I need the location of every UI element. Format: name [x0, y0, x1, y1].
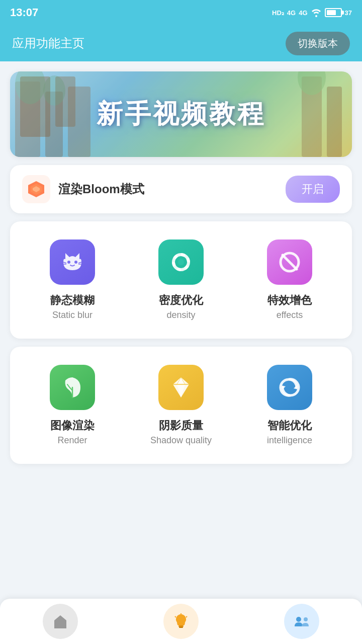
- chat-icon: [293, 612, 311, 630]
- battery-percent: 37: [345, 9, 352, 17]
- shadow-name-cn: 阴影质量: [159, 418, 203, 433]
- svg-point-17: [178, 259, 184, 265]
- status-time: 13:07: [10, 6, 38, 19]
- intelligence-icon-wrap: [267, 365, 312, 410]
- shadow-icon-wrap: [158, 365, 204, 410]
- home-icon: [51, 612, 69, 630]
- grid-item-shadow-quality[interactable]: 阴影质量 Shadow quality: [127, 355, 235, 456]
- intelligence-icon: [276, 373, 304, 401]
- density-name-cn: 密度优化: [159, 293, 203, 308]
- svg-point-32: [296, 617, 301, 622]
- effects-icon: [276, 248, 304, 276]
- status-bar: 13:07 HD₂ 4G 4G 37: [0, 0, 362, 25]
- grid-item-render[interactable]: 图像渲染 Render: [18, 355, 127, 456]
- hd2-icon: HD₂: [272, 9, 284, 17]
- render-name-cn: 图像渲染: [50, 418, 95, 433]
- svg-rect-6: [327, 87, 342, 157]
- home-icon-circle: [43, 604, 78, 639]
- chat-icon-circle: [284, 604, 319, 639]
- svg-rect-2: [68, 87, 90, 157]
- nav-item-chat[interactable]: [277, 604, 327, 639]
- banner-background: 新手视频教程: [10, 71, 352, 157]
- grid-item-effects[interactable]: 特效增色 effects: [235, 229, 344, 331]
- density-icon-wrap: [158, 239, 204, 285]
- version-switch-button[interactable]: 切换版本: [286, 32, 350, 55]
- grid-item-density[interactable]: 密度优化 density: [127, 229, 235, 331]
- static-blur-icon-wrap: [50, 239, 95, 285]
- effects-name-en: effects: [277, 310, 303, 320]
- banner-text: 新手视频教程: [97, 97, 265, 132]
- main-content: 新手视频教程 渲染Bloom模式 开启: [0, 61, 362, 514]
- bloom-label: 渲染Bloom模式: [58, 181, 144, 197]
- bloom-toggle-button[interactable]: 开启: [286, 176, 340, 203]
- density-name-en: density: [166, 310, 195, 320]
- svg-point-12: [74, 261, 77, 264]
- grid-row-1: 静态模糊 Static blur: [18, 229, 344, 331]
- intelligence-name-cn: 智能优化: [267, 418, 312, 433]
- lightbulb-icon: [172, 612, 190, 630]
- svg-point-11: [67, 261, 70, 264]
- cat-icon: [58, 248, 86, 276]
- tip-icon-circle: [163, 604, 199, 639]
- shadow-name-en: Shadow quality: [150, 435, 212, 446]
- app-header: 应用功能主页 切换版本: [0, 25, 362, 61]
- battery-icon: [325, 8, 342, 17]
- 4g-icon2: 4G: [299, 9, 307, 17]
- intelligence-name-en: intelligence: [267, 435, 312, 446]
- svg-line-19: [283, 255, 297, 269]
- bottom-nav: [0, 599, 362, 644]
- grid-item-intelligence[interactable]: 智能优化 intelligence: [235, 355, 344, 456]
- svg-line-31: [186, 616, 187, 617]
- grid-item-static-blur[interactable]: 静态模糊 Static blur: [18, 229, 127, 331]
- static-blur-name-cn: 静态模糊: [50, 293, 95, 308]
- svg-point-33: [304, 617, 308, 621]
- tutorial-banner[interactable]: 新手视频教程: [10, 71, 352, 157]
- bloom-mode-card: 渲染Bloom模式 开启: [10, 165, 352, 213]
- shadow-icon: [167, 373, 195, 401]
- svg-line-30: [175, 616, 176, 617]
- bloom-icon: [26, 179, 46, 199]
- static-blur-name-en: Static blur: [52, 310, 93, 320]
- 4g-icon1: 4G: [287, 9, 296, 17]
- nav-item-tips[interactable]: [156, 604, 206, 639]
- grid-row-2-card: 图像渲染 Render 阴影质量 Shadow quality: [10, 347, 352, 464]
- page-title: 应用功能主页: [12, 35, 84, 51]
- bloom-icon-wrap: [22, 175, 50, 203]
- effects-name-cn: 特效增色: [267, 293, 312, 308]
- grid-row-2: 图像渲染 Render 阴影质量 Shadow quality: [18, 355, 344, 456]
- wifi-icon: [311, 8, 322, 17]
- svg-rect-26: [58, 624, 62, 628]
- bloom-left: 渲染Bloom模式: [22, 175, 144, 203]
- svg-rect-28: [179, 627, 183, 628]
- render-leaf-icon: [58, 373, 86, 401]
- render-name-en: Render: [57, 435, 87, 446]
- nav-item-home[interactable]: [35, 604, 85, 639]
- render-icon-wrap: [50, 365, 95, 410]
- effects-icon-wrap: [267, 239, 312, 285]
- status-icons: HD₂ 4G 4G 37: [272, 8, 352, 17]
- density-icon: [167, 248, 195, 276]
- svg-rect-27: [178, 625, 184, 627]
- svg-point-4: [43, 75, 65, 106]
- grid-row-1-card: 静态模糊 Static blur: [10, 221, 352, 339]
